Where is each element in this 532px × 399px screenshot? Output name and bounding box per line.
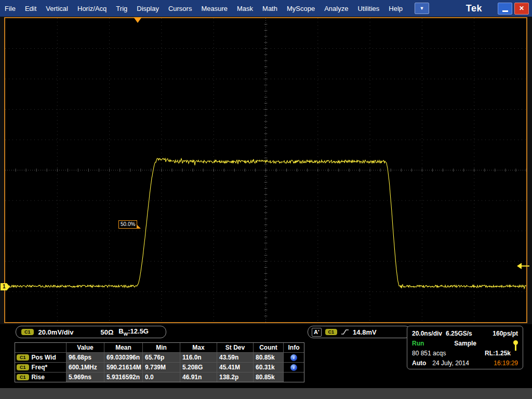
record-length: RL:1.25k (485, 350, 511, 357)
oscilloscope-screen: File Edit Vertical Horiz/Acq Trig Displa… (0, 0, 532, 399)
col-header-mean: Mean (104, 343, 142, 352)
measurements-table: Value Mean Min Max St Dev Count Info C1P… (15, 342, 304, 382)
trigger-level-marker[interactable] (517, 263, 529, 269)
col-header-count: Count (254, 343, 283, 352)
menu-item-trig[interactable]: Trig (111, 0, 132, 17)
minimize-icon (502, 10, 508, 12)
meas-info-cell[interactable]: i (284, 363, 304, 372)
meas-value: 96.68ps (66, 353, 104, 362)
arrow-shaft (521, 265, 529, 267)
trigger-position-marker[interactable] (134, 17, 142, 23)
close-button[interactable]: ✕ (514, 3, 529, 15)
run-status: Run (412, 340, 424, 347)
channel1-ground-marker[interactable]: 1 (1, 283, 7, 290)
acquisition-panel: 20.0ns/div 6.25GS/s 160ps/pt Run Sample … (407, 326, 523, 369)
meas-stdev: 43.59n (217, 353, 253, 362)
menu-item-cursors[interactable]: Cursors (164, 0, 197, 17)
meas-info-cell[interactable]: i (284, 353, 304, 362)
channel1-badge: C1 (17, 364, 29, 370)
meas-row-label: C1Freq* (15, 363, 66, 372)
timebase: 20.0ns/div (412, 330, 442, 337)
meas-mean: 590.21614M (104, 363, 142, 372)
col-header-min: Min (143, 343, 180, 352)
termination: 50Ω (100, 328, 113, 336)
channel1-badge: C1 (17, 354, 29, 361)
minimize-button[interactable] (498, 3, 512, 15)
info-icon[interactable]: i (290, 354, 297, 361)
trigger-level-value: 14.8mV (353, 328, 377, 336)
date: 24 July, 2014 (432, 360, 469, 367)
meas-corner (15, 343, 66, 352)
menu-item-utilities[interactable]: Utilities (353, 0, 384, 17)
clock: 16:19:29 (494, 360, 518, 367)
trigger-mode: Auto (412, 360, 426, 367)
col-header-value: Value (66, 343, 104, 352)
meas-count: 60.31k (254, 363, 283, 372)
col-header-stdev: St Dev (217, 343, 253, 352)
menu-item-display[interactable]: Display (132, 0, 164, 17)
meas-mean: 5.9316592n (104, 373, 142, 382)
menu-item-analyze[interactable]: Analyze (320, 0, 353, 17)
meas-value: 5.969ns (66, 373, 104, 382)
tek-logo: Tek (466, 3, 482, 14)
pin-icon (513, 340, 518, 353)
meas-min: 65.76p (143, 353, 180, 362)
menu-item-edit[interactable]: Edit (20, 0, 41, 17)
meas-stdev: 45.41M (217, 363, 253, 372)
menu-item-measure[interactable]: Measure (196, 0, 232, 17)
trigger-channel-badge: C1 (325, 329, 338, 335)
info-icon[interactable]: i (290, 364, 297, 371)
trigger-readout[interactable]: A' C1 14.8mV (308, 326, 411, 338)
menu-item-file[interactable]: File (0, 0, 20, 17)
bandwidth: BW:12.5G (118, 327, 149, 337)
ref-level-flag: 50.0% (118, 220, 137, 229)
meas-min: 0.0 (143, 373, 180, 382)
meas-max: 46.91n (180, 373, 217, 382)
menu-item-myscope[interactable]: MyScope (282, 0, 320, 17)
acquisition-count: 80 851 acqs (412, 350, 446, 357)
channel1-badge: C1 (21, 329, 34, 335)
channel1-badge: C1 (17, 374, 29, 380)
col-header-max: Max (180, 343, 217, 352)
acquisition-mode: Sample (454, 340, 476, 347)
meas-min: 9.739M (143, 363, 180, 372)
meas-info-cell: i (284, 373, 304, 382)
resolution: 160ps/pt (493, 330, 518, 337)
status-area: C1 20.0mV/div 50Ω BW:12.5G A' C1 14.8mV … (0, 324, 532, 399)
meas-stdev: 138.2p (217, 373, 253, 382)
menu-item-help[interactable]: Help (384, 0, 407, 17)
menu-item-vertical[interactable]: Vertical (41, 0, 73, 17)
chevron-down-icon[interactable]: ▼ (415, 3, 429, 14)
graticule: 50.0% 1 (4, 17, 527, 323)
bottom-strip (0, 388, 532, 399)
menu-item-math[interactable]: Math (258, 0, 282, 17)
waveform-display[interactable] (5, 18, 526, 322)
meas-mean: 69.030396n (104, 353, 142, 362)
trigger-source-a: A' (312, 328, 322, 337)
channel1-readout[interactable]: C1 20.0mV/div 50Ω BW:12.5G (16, 326, 166, 338)
col-header-info: Info (284, 343, 304, 352)
vertical-scale: 20.0mV/div (38, 328, 74, 336)
sample-rate: 6.25GS/s (446, 330, 472, 337)
menu-item-mask[interactable]: Mask (232, 0, 258, 17)
rising-edge-icon (341, 328, 349, 336)
menu-bar: File Edit Vertical Horiz/Acq Trig Displa… (0, 0, 532, 17)
meas-max: 116.0n (180, 353, 217, 362)
meas-row-label: C1Rise (15, 373, 66, 382)
meas-count: 80.85k (254, 353, 283, 362)
meas-max: 5.208G (180, 363, 217, 372)
meas-row-label: C1Pos Wid (15, 353, 66, 362)
meas-count: 80.85k (254, 373, 283, 382)
meas-value: 600.1MHz (66, 363, 104, 372)
menu-item-horiz-acq[interactable]: Horiz/Acq (73, 0, 111, 17)
